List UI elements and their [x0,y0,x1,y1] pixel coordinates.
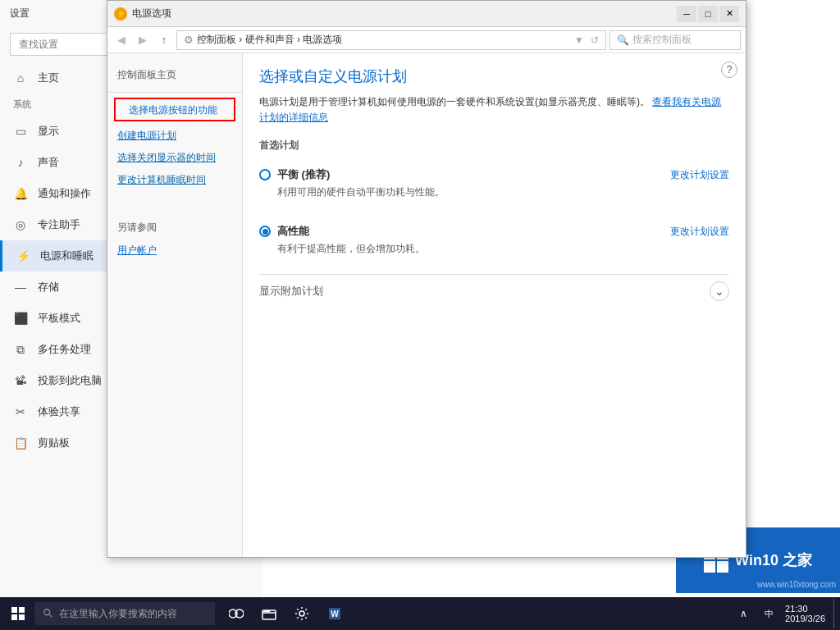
share-icon: ✂ [13,404,28,419]
plan-high-performance-change-link[interactable]: 更改计划设置 [670,225,729,239]
plan-balanced-desc: 利用可用的硬件自动平衡功耗与性能。 [277,185,729,199]
also-see-label: 另请参阅 [107,216,242,240]
nav-label: 声音 [38,155,59,170]
system-tray-expand[interactable]: ∧ [728,599,758,628]
power-button-link[interactable]: 选择电源按钮的功能 [119,100,227,120]
plan-balanced-change-link[interactable]: 更改计划设置 [670,168,729,182]
plan-balanced-header: 平衡 (推荐) 更改计划设置 [259,167,729,182]
start-q1 [11,607,17,613]
plan-high-performance-radio[interactable] [259,226,271,237]
settings-taskbar-icon [294,606,309,621]
file-explorer-icon [262,606,276,621]
refresh-button[interactable]: ↺ [591,34,599,46]
nav-label: 多任务处理 [38,342,91,357]
start-q3 [11,614,17,620]
search-placeholder: 搜索控制面板 [632,33,692,47]
plan-high-performance-header: 高性能 更改计划设置 [259,224,729,239]
forward-button[interactable]: ▶ [134,31,152,49]
svg-point-5 [299,611,304,616]
nav-label: 专注助手 [38,217,80,232]
up-button[interactable]: ↑ [155,31,173,49]
nav-label: 电源和睡眠 [40,249,94,263]
show-desktop-button[interactable] [833,599,837,628]
task-view-icon [229,606,244,621]
start-button[interactable] [3,599,33,628]
taskbar-icons: W [221,599,349,628]
taskbar-search[interactable]: 在这里输入你要搜索的内容 [34,602,215,625]
content-description: 电源计划是用于管理计算机如何使用电源的一套硬件和系统设置(如显示器亮度、睡眠等)… [259,94,729,126]
search-bar[interactable]: 🔍 搜索控制面板 [609,30,741,50]
notification-icon: 🔔 [13,186,28,201]
content-heading: 选择或自定义电源计划 [259,66,729,86]
help-button[interactable]: ? [721,62,737,78]
display-icon: ▭ [13,124,28,139]
restore-button[interactable]: □ [698,6,718,22]
nav-label: 剪贴板 [38,436,70,450]
taskbar: 在这里输入你要搜索的内容 [0,597,840,630]
nav-label: 显示 [38,124,59,139]
taskbar-right-area: ∧ 中 21:30 2019/3/26 [728,599,837,628]
plan-balanced-title: 平衡 (推荐) [259,167,330,182]
search-icon: 🔍 [617,34,629,46]
power-options-dialog: ⚡ 电源选项 ─ □ ✕ ◀ ▶ ↑ ⚙ 控制面板 › 硬件和声音 › 电源选项… [107,0,746,558]
highlighted-link-container: 选择电源按钮的功能 [114,98,235,121]
plan-high-performance-desc: 有利于提高性能，但会增加功耗。 [277,242,729,256]
plan-high-performance: 高性能 更改计划设置 有利于提高性能，但会增加功耗。 [259,217,729,262]
plan-balanced-radio[interactable] [259,169,271,180]
dialog-title-text: 电源选项 [132,7,672,21]
settings-title: 设置 [10,7,30,21]
path-icon: ⚙ [184,34,194,46]
clock-date: 2019/3/26 [785,614,825,623]
plan-balanced: 平衡 (推荐) 更改计划设置 利用可用的硬件自动平衡功耗与性能。 [259,161,729,206]
svg-line-1 [49,614,52,617]
project-icon: 📽 [13,373,28,388]
additional-plans-row: 显示附加计划 ⌄ [259,274,729,308]
user-account-link[interactable]: 用户帐户 [107,240,242,262]
additional-plans-label: 显示附加计划 [259,284,323,299]
file-explorer-button[interactable] [254,599,284,628]
display-time-link[interactable]: 选择关闭显示器的时间 [107,147,242,169]
focus-icon: ◎ [13,217,28,232]
office-icon: W [327,606,342,621]
nav-label: 通知和操作 [38,186,91,201]
multitask-icon: ⧉ [13,342,28,357]
minimize-button[interactable]: ─ [677,6,696,22]
tablet-icon: ⬛ [13,311,28,326]
expand-additional-plans-button[interactable]: ⌄ [710,281,729,301]
language-indicator[interactable]: 中 [761,608,777,620]
dialog-title-icon: ⚡ [114,7,127,21]
close-button[interactable]: ✕ [719,6,739,22]
storage-icon: — [13,280,28,294]
clipboard-icon: 📋 [13,436,28,450]
settings-taskbar-button[interactable] [287,599,317,628]
svg-text:W: W [331,609,339,619]
address-bar: ◀ ▶ ↑ ⚙ 控制面板 › 硬件和声音 › 电源选项 ▼ ↺ 🔍 搜索控制面板 [107,27,746,53]
nav-label: 主页 [38,71,59,85]
dialog-titlebar: ⚡ 电源选项 ─ □ ✕ [107,1,746,27]
task-view-button[interactable] [221,599,251,628]
taskbar-search-placeholder: 在这里输入你要搜索的内容 [59,607,177,621]
office-button[interactable]: W [320,599,349,628]
win10-brand-text: Win10 之家 [735,552,812,568]
nav-label: 存储 [38,280,59,294]
path-dropdown[interactable]: ▼ [574,34,584,46]
start-q4 [19,614,25,620]
home-icon: ⌂ [13,71,28,85]
dialog-body: 控制面板主页 选择电源按钮的功能 创建电源计划 选择关闭显示器的时间 更改计算机… [107,53,746,557]
sleep-time-link[interactable]: 更改计算机睡眠时间 [107,169,242,191]
dialog-window-buttons: ─ □ ✕ [677,6,739,22]
clock-area[interactable]: 21:30 2019/3/26 [780,604,830,623]
svg-point-0 [44,609,50,615]
power-icon: ⚡ [16,249,30,263]
start-icon [11,607,25,620]
nav-label: 体验共享 [38,404,80,419]
clock-time: 21:30 [785,604,825,614]
address-path[interactable]: ⚙ 控制面板 › 硬件和声音 › 电源选项 ▼ ↺ [176,30,606,50]
win10-text-area: Win10 之家 [735,550,812,570]
plan-high-performance-title: 高性能 [259,224,309,239]
control-panel-home-link[interactable]: 控制面板主页 [107,63,242,87]
logo-q4 [717,561,728,573]
back-button[interactable]: ◀ [112,31,130,49]
create-plan-link[interactable]: 创建电源计划 [107,125,242,147]
nav-label: 平板模式 [38,311,80,326]
